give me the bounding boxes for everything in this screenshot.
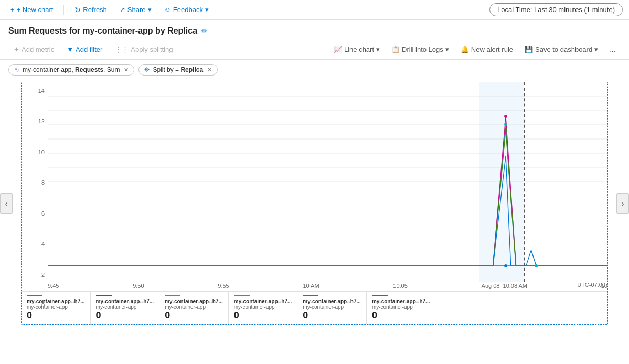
refresh-label: Refresh <box>83 6 107 14</box>
y-label-6: 6 <box>41 210 45 217</box>
metric-tag-icon: ∿ <box>14 66 19 73</box>
save-to-dashboard-button[interactable]: 💾 Save to dashboard ▾ <box>519 43 603 56</box>
top-toolbar: + + New chart ↻ Refresh ↗ Share ▾ ☺ Feed… <box>0 0 629 20</box>
drill-into-logs-label: Drill into Logs <box>402 46 443 53</box>
x-axis: 9:45 9:50 9:55 10 AM 10:05 Aug 08 10:08 … <box>48 282 607 291</box>
feedback-label: Feedback <box>173 6 203 14</box>
chart-container: 14 12 10 8 6 4 2 0 <box>21 82 608 325</box>
nav-left-button[interactable]: ‹ <box>0 193 13 214</box>
page-title: Sum Requests for my-container-app by Rep… <box>8 26 197 36</box>
selection-highlight <box>479 82 524 282</box>
metric-tag[interactable]: ∿ my-container-app, Requests, Sum ✕ <box>8 64 134 76</box>
y-axis: 14 12 10 8 6 4 2 0 <box>22 88 48 308</box>
apply-splitting-label: Apply splitting <box>131 46 173 53</box>
legend-sub-4: my-container-app <box>303 304 361 310</box>
more-label: ... <box>610 46 615 53</box>
refresh-button[interactable]: ↻ Refresh <box>70 4 111 16</box>
filter-icon: ▼ <box>67 46 73 53</box>
edit-icon[interactable]: ✏ <box>201 27 208 35</box>
legend-val-4: 0 <box>303 310 361 321</box>
legend-item-3[interactable]: my-container-app--h7... my-container-app… <box>229 292 298 324</box>
selection-line <box>524 82 525 282</box>
right-actions: 📈 Line chart ▾ 📋 Drill into Logs ▾ 🔔 New… <box>328 43 621 56</box>
x-label-945: 9:45 <box>48 283 59 289</box>
feedback-button[interactable]: ☺ Feedback ▾ <box>160 4 213 16</box>
legend-val-2: 0 <box>165 310 223 321</box>
y-label-12: 12 <box>38 118 45 124</box>
feedback-icon: ☺ <box>164 6 171 14</box>
share-label: Share <box>127 6 146 14</box>
legend-item-4[interactable]: my-container-app--h7... my-container-app… <box>297 292 367 324</box>
share-icon: ↗ <box>120 6 125 14</box>
divider-1 <box>63 5 64 15</box>
add-filter-label: Add filter <box>76 46 102 53</box>
svg-point-13 <box>535 264 538 267</box>
add-metric-icon: ✦ <box>14 46 19 53</box>
new-chart-button[interactable]: + + New chart <box>6 4 57 16</box>
save-icon: 💾 <box>525 46 533 53</box>
split-tag[interactable]: ❊ Split by = Replica ✕ <box>138 64 218 76</box>
share-chevron: ▾ <box>148 6 152 14</box>
legend-name-1: my-container-app--h7... <box>96 298 154 304</box>
new-alert-rule-label: New alert rule <box>471 46 513 53</box>
metric-tag-close[interactable]: ✕ <box>124 67 129 73</box>
legend-area: my-container-app--h7... my-container-app… <box>22 291 607 324</box>
metrics-toolbar: ✦ Add metric ▼ Add filter ⋮⋮ Apply split… <box>0 40 629 60</box>
legend-item-1[interactable]: my-container-app--h7... my-container-app… <box>91 292 160 324</box>
legend-name-2: my-container-app--h7... <box>165 298 223 304</box>
save-chevron: ▾ <box>594 46 598 53</box>
legend-sub-5: my-container-app <box>372 304 430 310</box>
x-label-955: 9:55 <box>218 283 229 289</box>
legend-name-4: my-container-app--h7... <box>303 298 361 304</box>
more-button[interactable]: ... <box>604 43 621 56</box>
alert-icon: 🔔 <box>461 46 469 53</box>
left-arrow-icon: ‹ <box>5 199 8 208</box>
add-filter-button[interactable]: ▼ Add filter <box>61 43 108 56</box>
y-label-14: 14 <box>38 88 45 94</box>
y-label-10: 10 <box>38 149 45 155</box>
legend-name-3: my-container-app--h7... <box>234 298 292 304</box>
chart-plot[interactable] <box>48 82 607 282</box>
apply-splitting-button[interactable]: ⋮⋮ Apply splitting <box>110 43 178 56</box>
time-selector-button[interactable]: Local Time: Last 30 minutes (1 minute) <box>489 3 623 16</box>
y-label-8: 8 <box>41 179 45 186</box>
top-bar-right: Local Time: Last 30 minutes (1 minute) <box>489 3 623 16</box>
page-title-area: Sum Requests for my-container-app by Rep… <box>0 20 629 40</box>
utc-label: UTC-07:00 <box>577 282 605 288</box>
x-label-950: 9:50 <box>133 283 144 289</box>
add-metric-label: Add metric <box>22 46 54 53</box>
split-tag-close[interactable]: ✕ <box>207 67 212 73</box>
y-label-0: 0 <box>41 302 45 308</box>
drill-into-logs-button[interactable]: 📋 Drill into Logs ▾ <box>386 43 454 56</box>
legend-val-5: 0 <box>372 310 430 321</box>
filter-tags: ∿ my-container-app, Requests, Sum ✕ ❊ Sp… <box>0 60 629 80</box>
legend-color-1 <box>96 295 112 296</box>
legend-sub-1: my-container-app <box>96 304 154 310</box>
line-chart-label: Line chart <box>344 46 374 53</box>
split-tag-icon: ❊ <box>144 66 150 73</box>
legend-color-4 <box>303 295 318 296</box>
drill-chevron: ▾ <box>445 46 449 53</box>
right-arrow-icon: › <box>622 199 624 208</box>
new-alert-rule-button[interactable]: 🔔 New alert rule <box>455 43 518 56</box>
metric-tag-text: my-container-app, Requests, Sum <box>23 66 120 73</box>
split-icon: ⋮⋮ <box>115 46 129 53</box>
x-label-10am: 10 AM <box>303 283 319 289</box>
line-chart-button[interactable]: 📈 Line chart ▾ <box>328 43 385 56</box>
add-metric-button[interactable]: ✦ Add metric <box>8 43 59 56</box>
legend-item-2[interactable]: my-container-app--h7... my-container-app… <box>159 292 229 324</box>
legend-val-0: 0 <box>27 310 85 321</box>
time-selector-label: Local Time: Last 30 minutes (1 minute) <box>497 6 615 14</box>
share-button[interactable]: ↗ Share ▾ <box>115 4 156 16</box>
line-chart-chevron: ▾ <box>376 46 380 53</box>
legend-name-5: my-container-app--h7... <box>372 298 430 304</box>
chart-inner: 14 12 10 8 6 4 2 0 <box>22 82 607 324</box>
nav-right-button[interactable]: › <box>616 193 629 214</box>
legend-sub-3: my-container-app <box>234 304 292 310</box>
legend-val-1: 0 <box>96 310 154 321</box>
drill-icon: 📋 <box>391 46 400 53</box>
legend-item-5[interactable]: my-container-app--h7... my-container-app… <box>367 292 436 324</box>
line-chart-icon: 📈 <box>334 46 342 53</box>
plus-icon: + <box>10 6 15 14</box>
legend-sub-2: my-container-app <box>165 304 223 310</box>
